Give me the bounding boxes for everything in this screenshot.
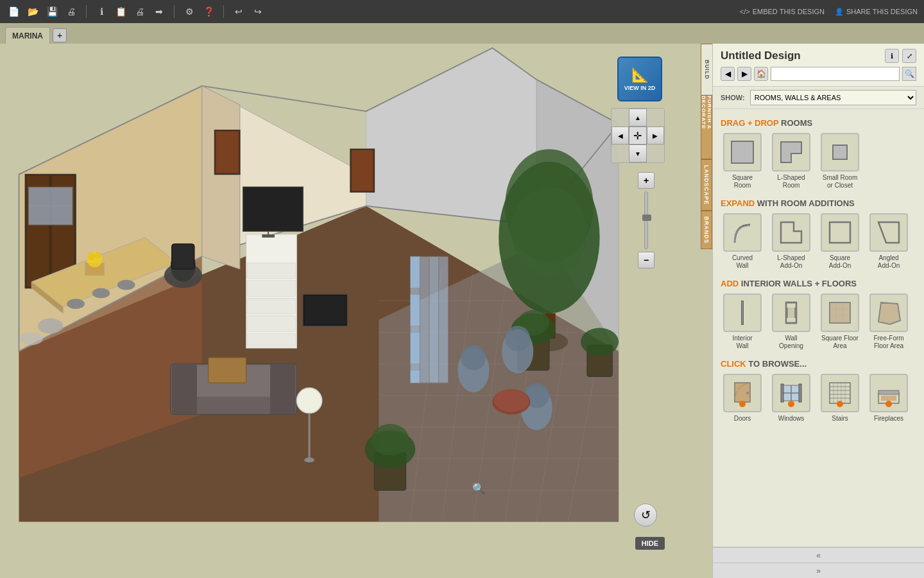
interior-wall-item[interactable]: InteriorWall xyxy=(721,293,764,350)
side-tab-build[interactable]: BUILD xyxy=(701,44,712,95)
undo-icon[interactable]: ↩ xyxy=(232,4,246,19)
wall-opening-item[interactable]: WallOpening xyxy=(769,293,813,350)
stairs-label: Stairs xyxy=(832,415,848,423)
svg-point-84 xyxy=(461,345,486,370)
export-icon[interactable]: ➡ xyxy=(152,4,166,19)
stairs-item[interactable]: Stairs xyxy=(818,374,862,423)
square-floor-icon-box[interactable] xyxy=(821,293,859,332)
doors-item[interactable]: Doors xyxy=(721,374,764,423)
back-button[interactable]: ◀ xyxy=(721,67,735,81)
wall-opening-icon-box[interactable] xyxy=(772,293,810,332)
new-file-icon[interactable]: 📄 xyxy=(6,4,21,19)
list-icon[interactable]: 📋 xyxy=(114,4,128,19)
help-icon[interactable]: ❓ xyxy=(201,4,216,19)
search-button[interactable]: 🔍 xyxy=(902,67,916,81)
browse-rest: TO BROWSE... xyxy=(748,359,807,369)
angled-addon-icon-box[interactable] xyxy=(869,213,908,252)
lshaped-addon-label: L-ShapedAdd-On xyxy=(777,254,805,270)
print2-icon[interactable]: 🖨 xyxy=(133,4,147,19)
square-room-icon-box[interactable] xyxy=(723,133,762,171)
svg-rect-63 xyxy=(304,295,346,324)
toolbar: 📄 📂 💾 🖨 ℹ 📋 🖨 ➡ ⚙ ❓ ↩ ↪ </> EMBED THIS D… xyxy=(0,0,924,23)
nav-right-button[interactable]: ▶ xyxy=(647,127,664,144)
canvas-area[interactable]: 📐 VIEW IN 2D ▲ ◀ ✛ ▶ ▼ + xyxy=(0,44,701,578)
save-icon[interactable]: 💾 xyxy=(45,4,59,19)
square-addon-item[interactable]: SquareAdd-On xyxy=(818,213,862,270)
interior-wall-icon-box[interactable] xyxy=(723,293,762,332)
fireplaces-icon-box[interactable] xyxy=(869,374,908,412)
interior-wall-shape xyxy=(741,301,744,325)
zoom-out-button[interactable]: − xyxy=(638,252,654,268)
svg-rect-53 xyxy=(248,263,296,279)
curved-wall-item[interactable]: CurvedWall xyxy=(721,213,764,270)
square-addon-shape xyxy=(827,220,853,245)
lshaped-addon-icon-box[interactable] xyxy=(772,213,810,252)
collapse-up-button[interactable]: « xyxy=(713,547,924,563)
zoom-slider-track[interactable] xyxy=(644,191,648,249)
windows-item[interactable]: Windows xyxy=(769,374,813,423)
side-tab-brands[interactable]: BRANDS xyxy=(701,211,712,249)
square-room-shape xyxy=(731,141,754,164)
magnifier-icon[interactable]: 🔍 xyxy=(472,482,485,495)
share-link[interactable]: 👤 SHARE THIS DESIGN xyxy=(835,8,918,16)
small-room-icon-box[interactable] xyxy=(821,133,859,171)
curved-wall-icon-box[interactable] xyxy=(723,213,762,252)
zoom-slider-thumb[interactable] xyxy=(642,215,651,221)
floorplan-canvas xyxy=(0,44,701,578)
show-select[interactable]: ROOMS, WALLS & AREASFURNITUREALL xyxy=(750,90,916,105)
stairs-icon-box[interactable] xyxy=(821,374,859,412)
svg-rect-57 xyxy=(248,333,296,346)
small-room-item[interactable]: Small Roomor Closet xyxy=(818,133,862,189)
lshaped-addon-item[interactable]: L-ShapedAdd-On xyxy=(769,213,813,270)
svg-rect-59 xyxy=(244,188,302,230)
svg-point-50 xyxy=(38,319,63,334)
forward-button[interactable]: ▶ xyxy=(737,67,751,81)
curved-wall-label: CurvedWall xyxy=(732,254,753,270)
view-in-2d-button[interactable]: 📐 VIEW IN 2D xyxy=(617,57,662,101)
svg-rect-129 xyxy=(881,396,896,401)
nav-down-button[interactable]: ▼ xyxy=(629,144,647,162)
open-icon[interactable]: 📂 xyxy=(26,4,40,19)
freeform-floor-icon-box[interactable] xyxy=(869,293,908,332)
expand-highlight: EXPAND xyxy=(721,198,755,208)
hide-button[interactable]: HIDE xyxy=(635,537,665,550)
angled-addon-item[interactable]: AngledAdd-On xyxy=(867,213,911,270)
section-interior-header: ADD INTERIOR WALLS + FLOORS xyxy=(721,279,916,288)
windows-icon-box[interactable] xyxy=(772,374,810,412)
side-tab-landscape[interactable]: LANDSCAPE xyxy=(701,159,712,211)
search-input[interactable] xyxy=(771,67,900,81)
svg-point-72 xyxy=(296,388,321,413)
lshaped-room-item[interactable]: L-ShapedRoom xyxy=(769,133,813,189)
rotate-button[interactable]: ↺ xyxy=(634,504,657,527)
home-button[interactable]: 🏠 xyxy=(754,67,768,81)
tab-add-button[interactable]: + xyxy=(53,28,67,42)
fireplaces-item[interactable]: Fireplaces xyxy=(867,374,911,423)
doors-icon-box[interactable] xyxy=(723,374,762,412)
square-floor-item[interactable]: Square FloorArea xyxy=(818,293,862,350)
svg-rect-31 xyxy=(410,370,420,383)
fullscreen-button[interactable]: ⤢ xyxy=(902,49,916,63)
collapse-down-button[interactable]: » xyxy=(713,563,924,578)
nav-left-button[interactable]: ◀ xyxy=(612,127,629,144)
info-icon[interactable]: ℹ xyxy=(94,4,108,19)
info-button[interactable]: ℹ xyxy=(885,49,899,63)
redo-icon[interactable]: ↪ xyxy=(251,4,265,19)
embed-link[interactable]: </> EMBED THIS DESIGN xyxy=(740,8,825,15)
square-addon-icon-box[interactable] xyxy=(821,213,859,252)
nav-up-button[interactable]: ▲ xyxy=(629,109,647,127)
print-icon[interactable]: 🖨 xyxy=(64,4,78,19)
tab-marina[interactable]: MARINA xyxy=(5,27,50,44)
side-tab-furnish[interactable]: FURNISH & DECORATE xyxy=(701,95,712,159)
square-room-item[interactable]: SquareRoom xyxy=(721,133,764,189)
square-floor-label: Square FloorArea xyxy=(821,335,859,350)
zoom-in-button[interactable]: + xyxy=(638,172,654,189)
share-label: SHARE THIS DESIGN xyxy=(846,8,918,15)
svg-rect-28 xyxy=(410,256,420,288)
lshaped-room-shape xyxy=(778,139,804,165)
svg-rect-103 xyxy=(787,308,795,318)
freeform-floor-item[interactable]: Free-FormFloor Area xyxy=(867,293,911,350)
separator-1 xyxy=(86,5,87,18)
embed-label: EMBED THIS DESIGN xyxy=(753,8,825,15)
lshaped-room-icon-box[interactable] xyxy=(772,133,810,171)
settings-icon[interactable]: ⚙ xyxy=(182,4,196,19)
